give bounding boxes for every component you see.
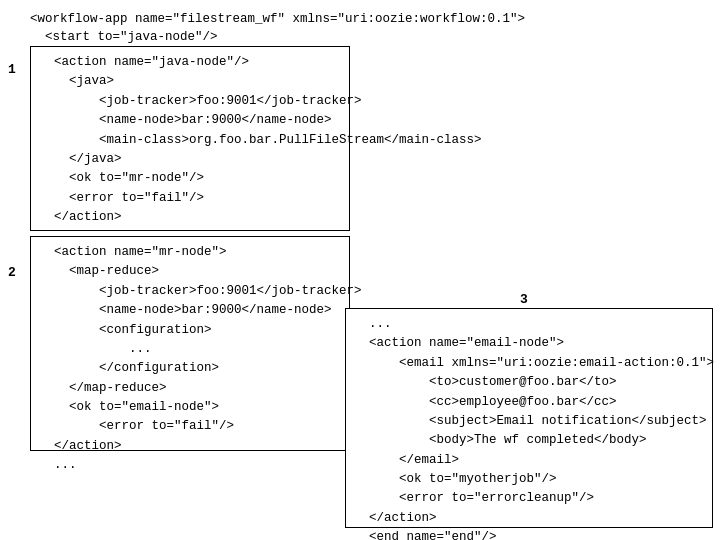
box2-content: <action name="mr-node"> <map-reduce> <jo… <box>31 237 349 482</box>
label-3: 3 <box>520 292 528 307</box>
start-line: <start to="java-node"/> <box>30 28 218 47</box>
workflow-app-line: <workflow-app name="filestream_wf" xmlns… <box>30 10 525 29</box>
label-1: 1 <box>8 62 16 77</box>
box3: ... <action name="email-node"> <email xm… <box>345 308 713 528</box>
page: <workflow-app name="filestream_wf" xmlns… <box>0 0 720 540</box>
box1-content: <action name="java-node"/> <java> <job-t… <box>31 47 349 233</box>
label-2: 2 <box>8 265 16 280</box>
box3-content: ... <action name="email-node"> <email xm… <box>346 309 712 540</box>
box2: <action name="mr-node"> <map-reduce> <jo… <box>30 236 350 451</box>
box1: <action name="java-node"/> <java> <job-t… <box>30 46 350 231</box>
